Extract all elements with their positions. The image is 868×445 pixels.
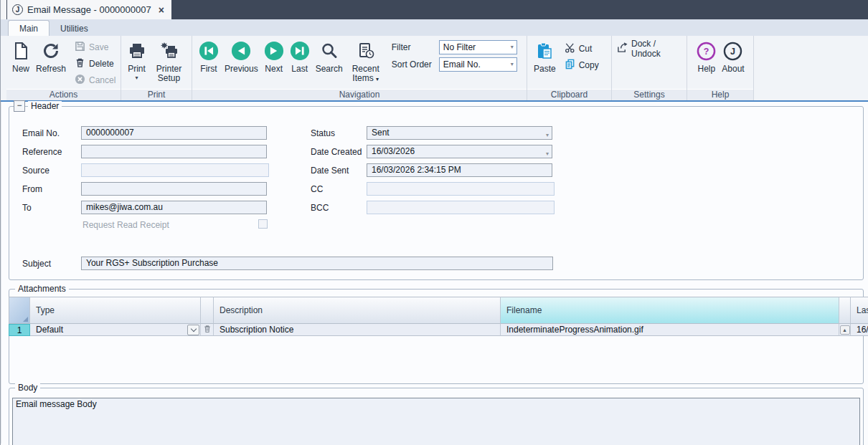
- cc-label: CC: [311, 184, 323, 194]
- new-document-icon: [11, 39, 30, 62]
- svg-text:J: J: [731, 46, 736, 56]
- dock-undock-button[interactable]: Dock / Undock: [614, 40, 685, 57]
- filter-label: Filter: [392, 42, 432, 52]
- scroll-up-icon[interactable]: ▲: [840, 325, 850, 335]
- trash-icon: [75, 57, 85, 70]
- combo-arrow-icon: ▾: [511, 44, 514, 50]
- jiwa-logo-icon: J: [12, 4, 23, 15]
- group-caption-print: Print: [121, 89, 192, 100]
- ribbon-group-settings: Dock / Undock Settings: [612, 36, 687, 100]
- delete-attachment-button[interactable]: [201, 324, 214, 336]
- about-icon: J: [723, 39, 742, 62]
- previous-record-icon: [231, 39, 251, 62]
- column-header-description[interactable]: Description: [214, 297, 501, 324]
- grid-header-row: Type Description Filename Last: [9, 297, 868, 324]
- first-record-icon: [199, 39, 219, 62]
- window-edge: [1, 0, 7, 19]
- sort-order-label: Sort Order: [392, 59, 432, 70]
- to-field[interactable]: mikes@jiwa.com.au: [81, 201, 267, 214]
- attachment-row[interactable]: 1 Default Subscription Notice Indetermin…: [9, 324, 868, 336]
- type-dropdown-button[interactable]: [187, 325, 199, 335]
- row-up-cell[interactable]: ▲: [839, 324, 851, 336]
- filter-combobox[interactable]: No Filter ▾: [439, 40, 517, 54]
- attachments-grid: Type Description Filename Last 1 Default: [9, 297, 868, 336]
- column-header-type[interactable]: Type: [30, 297, 201, 324]
- form-content: − Header Email No. 0000000007 Reference …: [1, 102, 868, 444]
- first-button[interactable]: First: [196, 37, 222, 74]
- status-combobox[interactable]: Sent▾: [367, 126, 552, 140]
- ribbon-tab-bar: Main Utilities: [1, 19, 868, 36]
- help-icon: ?: [697, 39, 716, 62]
- request-read-receipt-checkbox[interactable]: [258, 219, 268, 229]
- email-no-label: Email No.: [22, 128, 60, 138]
- date-sent-label: Date Sent: [311, 166, 349, 176]
- body-text-area[interactable]: Email message Body: [12, 398, 860, 445]
- ribbon-group-help: ? Help J About Help: [687, 36, 754, 100]
- group-caption-navigation: Navigation: [192, 89, 527, 100]
- ribbon-group-actions: New Refresh Save: [6, 36, 121, 100]
- search-button[interactable]: Search: [313, 37, 346, 74]
- copy-pages-icon: [565, 59, 575, 72]
- document-tab-title: Email Message - 0000000007: [27, 4, 151, 15]
- printer-setup-button[interactable]: Printer Setup: [149, 37, 189, 83]
- request-read-receipt-label: Request Read Receipt: [82, 220, 169, 230]
- attachments-group-title: Attachments: [15, 284, 69, 294]
- document-tab[interactable]: J Email Message - 0000000007 ×: [7, 0, 171, 19]
- last-modified-cell[interactable]: 16/0: [851, 324, 868, 336]
- print-button[interactable]: Print ▾: [125, 37, 149, 81]
- previous-button[interactable]: Previous: [222, 37, 261, 74]
- sort-order-combobox[interactable]: Email No. ▾: [439, 57, 517, 72]
- cancel-button[interactable]: Cancel: [72, 72, 118, 88]
- help-button[interactable]: ? Help: [694, 37, 719, 74]
- cancel-icon: [75, 74, 85, 87]
- grid-select-all-cell[interactable]: [9, 297, 30, 324]
- cut-button[interactable]: Cut: [562, 40, 602, 57]
- search-icon: [320, 39, 339, 62]
- collapse-header-button[interactable]: −: [14, 100, 25, 112]
- last-button[interactable]: Last: [287, 37, 313, 74]
- to-label: To: [22, 203, 32, 213]
- from-field[interactable]: [81, 182, 267, 196]
- column-header-last[interactable]: Last: [851, 297, 868, 324]
- status-label: Status: [311, 128, 335, 138]
- dropdown-arrow-icon: ▾: [376, 76, 379, 82]
- type-cell[interactable]: Default: [30, 324, 201, 336]
- ribbon-group-print: Print ▾ Printer Setup Print: [121, 36, 192, 100]
- column-header-filename[interactable]: Filename: [501, 297, 839, 324]
- save-button[interactable]: Save: [72, 39, 118, 55]
- about-button[interactable]: J About: [719, 37, 747, 74]
- description-cell[interactable]: Subscription Notice: [214, 324, 501, 336]
- printer-icon: [128, 39, 146, 62]
- body-groupbox: Body Email message Body: [9, 388, 864, 445]
- trash-icon: [203, 325, 212, 335]
- paste-button[interactable]: Paste: [531, 37, 559, 74]
- email-no-field[interactable]: 0000000007: [81, 126, 267, 140]
- refresh-button[interactable]: Refresh: [33, 37, 69, 74]
- body-group-title: Body: [15, 383, 40, 393]
- ribbon-filler: [754, 36, 868, 100]
- row-number-cell[interactable]: 1: [9, 324, 30, 336]
- new-button[interactable]: New: [9, 37, 33, 74]
- close-tab-icon[interactable]: ×: [159, 4, 164, 16]
- delete-button[interactable]: Delete: [72, 55, 118, 72]
- printer-setup-icon: [160, 39, 179, 62]
- header-group-title: Header: [28, 101, 62, 111]
- tab-main[interactable]: Main: [8, 20, 49, 36]
- recent-items-button[interactable]: Recent Items ▾: [346, 37, 386, 84]
- paste-clipboard-icon: [535, 39, 554, 62]
- filename-cell[interactable]: IndeterminateProgressAnimation.gif: [501, 324, 839, 336]
- reference-field[interactable]: [81, 145, 267, 158]
- combo-arrow-icon: ▾: [511, 61, 514, 67]
- date-created-picker[interactable]: 16/03/2026▾: [367, 145, 552, 158]
- copy-button[interactable]: Copy: [562, 57, 602, 73]
- subject-field[interactable]: Your RGS+ Subscription Purchase: [81, 257, 553, 270]
- save-icon: [75, 41, 85, 54]
- next-button[interactable]: Next: [261, 37, 287, 74]
- svg-text:?: ?: [704, 46, 709, 56]
- bcc-label: BCC: [311, 203, 329, 213]
- date-sent-field: 16/03/2026 2:34:15 PM: [367, 163, 552, 177]
- group-caption-settings: Settings: [612, 89, 687, 100]
- tab-utilities[interactable]: Utilities: [49, 21, 99, 36]
- source-label: Source: [22, 166, 49, 176]
- refresh-icon: [42, 39, 60, 62]
